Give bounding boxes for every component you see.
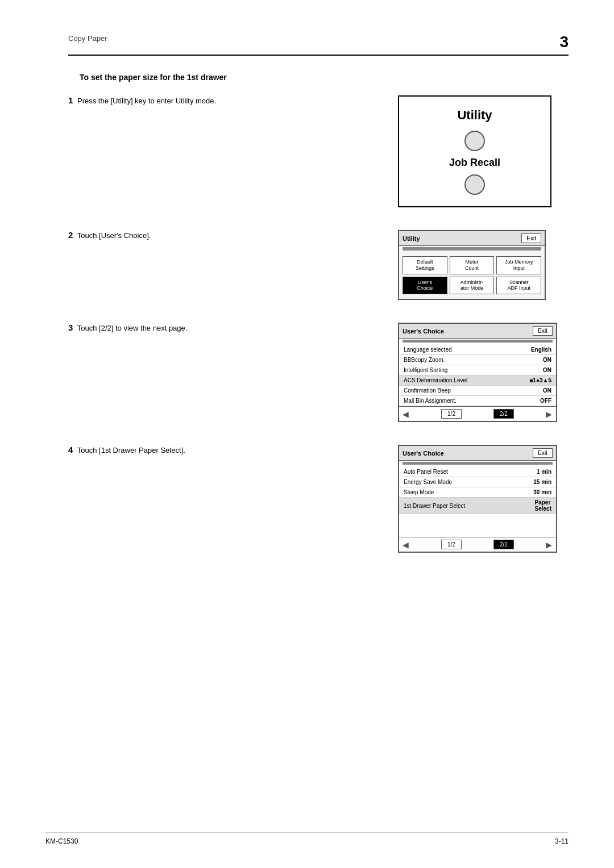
choice2-title: User's Choice xyxy=(403,450,444,457)
choice2-left-arrow: ◀ xyxy=(403,540,409,549)
choice1-label-1: BBBcopy Zoom. xyxy=(404,357,445,363)
step-4-panel: User's Choice Exit Auto Panel Reset 1 mi… xyxy=(398,445,569,553)
footer-model: KM-C1530 xyxy=(45,837,78,845)
choice1-row-5: Mail Bin Assignment. OFF xyxy=(399,396,556,406)
step-2-number: 2 xyxy=(68,230,73,240)
choice2-label-2: Sleep Mode xyxy=(404,489,434,495)
menu-panel: Utility Exit DefaultSettings MeterCount … xyxy=(398,230,546,300)
page-header: Copy Paper 3 xyxy=(68,34,569,56)
choice1-label-3: ACS Determination Level xyxy=(404,377,467,383)
step-4-row: 4 Touch [1st Drawer Paper Select]. User'… xyxy=(68,445,569,553)
step-2-text: Touch [User's Choice]. xyxy=(77,231,151,240)
choice1-row-3[interactable]: ACS Determination Level ■1●3▲5 xyxy=(399,375,556,386)
choice1-row-4: Confirmation Beep ON xyxy=(399,386,556,396)
choice1-value-1: ON xyxy=(543,357,551,363)
menu-btn-meter-count[interactable]: MeterCount xyxy=(450,256,495,274)
step-1-number: 1 xyxy=(68,95,73,105)
menu-btn-job-memory-input[interactable]: Job MemoryInput xyxy=(496,256,541,274)
header-chapter: 3 xyxy=(559,34,569,50)
choice1-value-3: ■1●3▲5 xyxy=(529,377,551,383)
page-container: Copy Paper 3 To set the paper size for t… xyxy=(0,0,614,868)
utility-title: Utility xyxy=(408,108,541,123)
step-3-text: Touch [2/2] to view the next page. xyxy=(77,324,188,332)
step-1-row: 1 Press the [Utility] key to enter Utili… xyxy=(68,95,569,207)
step-3-row: 3 Touch [2/2] to view the next page. Use… xyxy=(68,323,569,422)
choice1-page-1-button[interactable]: 1/2 xyxy=(441,409,462,419)
menu-panel-title: Utility xyxy=(403,235,420,242)
choice2-row-0: Auto Panel Reset 1 min xyxy=(399,467,556,477)
choice2-label-0: Auto Panel Reset xyxy=(404,469,448,475)
choice1-value-2: ON xyxy=(543,367,551,373)
choice1-exit-button[interactable]: Exit xyxy=(533,326,553,336)
choice1-title: User's Choice xyxy=(403,328,444,335)
utility-button-circle[interactable] xyxy=(464,131,485,151)
choice2-row-2: Sleep Mode 30 min xyxy=(399,487,556,498)
choice1-left-arrow: ◀ xyxy=(403,410,409,419)
choice1-header: User's Choice Exit xyxy=(399,324,556,339)
choice2-row-1: Energy Save Mode 15 min xyxy=(399,477,556,487)
choice2-progress-bar xyxy=(403,462,553,465)
choice2-exit-button[interactable]: Exit xyxy=(533,448,553,458)
step-1-panel: Utility Job Recall xyxy=(398,95,569,207)
step-4-number: 4 xyxy=(68,445,73,454)
choice2-value-1: 15 min xyxy=(533,479,551,485)
choice1-label-5: Mail Bin Assignment. xyxy=(404,398,457,404)
step-3-panel: User's Choice Exit Language selected Eng… xyxy=(398,323,569,422)
utility-panel: Utility Job Recall xyxy=(398,95,551,207)
step-3-left: 3 Touch [2/2] to view the next page. xyxy=(68,323,375,334)
choice1-label-4: Confirmation Beep xyxy=(404,387,451,394)
step-2-left: 2 Touch [User's Choice]. xyxy=(68,230,375,241)
page-footer: KM-C1530 3-11 xyxy=(45,832,569,845)
footer-page: 3-11 xyxy=(555,837,569,845)
choice1-footer: ◀ 1/2 2/2 ▶ xyxy=(399,406,556,421)
choice2-value-2: 30 min xyxy=(533,489,551,495)
choice1-page-2-button[interactable]: 2/2 xyxy=(493,409,514,419)
choice1-right-arrow: ▶ xyxy=(546,410,553,419)
menu-btn-users-choice[interactable]: User'sChoice xyxy=(403,277,447,295)
choice2-header: User's Choice Exit xyxy=(399,446,556,461)
choice2-footer: ◀ 1/2 2/2 ▶ xyxy=(399,537,556,552)
header-title: Copy Paper xyxy=(68,34,107,43)
choice1-value-4: ON xyxy=(543,387,551,394)
choice1-value-5: OFF xyxy=(540,398,551,404)
choice1-row-1: BBBcopy Zoom. ON xyxy=(399,355,556,365)
step-1-text: Press the [Utility] key to enter Utility… xyxy=(77,97,216,105)
choice2-label-3: 1st Drawer Paper Select xyxy=(404,503,465,509)
choice1-row-2: Intelligent Sorting ON xyxy=(399,365,556,375)
choice2-spacer xyxy=(399,514,556,537)
menu-btn-scanner-adf[interactable]: ScannerADF Input xyxy=(496,277,541,295)
step-4-left: 4 Touch [1st Drawer Paper Select]. xyxy=(68,445,375,456)
choice2-row-3[interactable]: 1st Drawer Paper Select PaperSelect xyxy=(399,498,556,514)
choice2-panel: User's Choice Exit Auto Panel Reset 1 mi… xyxy=(398,445,557,553)
menu-exit-button[interactable]: Exit xyxy=(521,233,541,243)
step-2-panel: Utility Exit DefaultSettings MeterCount … xyxy=(398,230,569,300)
step-2-row: 2 Touch [User's Choice]. Utility Exit De… xyxy=(68,230,569,300)
choice1-row-0: Language selected English xyxy=(399,345,556,355)
step-4-text: Touch [1st Drawer Paper Select]. xyxy=(77,446,185,454)
choice2-label-1: Energy Save Mode xyxy=(404,479,452,485)
menu-grid: DefaultSettings MeterCount Job MemoryInp… xyxy=(399,252,545,299)
choice1-label-2: Intelligent Sorting xyxy=(404,367,447,373)
choice2-page-2-button[interactable]: 2/2 xyxy=(493,540,514,549)
choice1-label-0: Language selected xyxy=(404,347,452,353)
section-heading: To set the paper size for the 1st drawer xyxy=(80,73,569,82)
menu-panel-header: Utility Exit xyxy=(399,231,545,246)
menu-progress-bar xyxy=(403,247,541,251)
menu-btn-administrator-mode[interactable]: Administr-ator Mode xyxy=(450,277,495,295)
choice2-value-3: PaperSelect xyxy=(535,499,551,512)
menu-btn-default-settings[interactable]: DefaultSettings xyxy=(403,256,447,274)
choice2-value-0: 1 min xyxy=(537,469,551,475)
step-3-number: 3 xyxy=(68,323,73,332)
choice1-value-0: English xyxy=(531,347,551,353)
choice1-progress-bar xyxy=(403,340,553,343)
utility-job-recall-circle[interactable] xyxy=(464,174,485,195)
choice2-page-1-button[interactable]: 1/2 xyxy=(441,540,462,549)
choice1-panel: User's Choice Exit Language selected Eng… xyxy=(398,323,557,422)
utility-job-recall: Job Recall xyxy=(408,157,541,169)
step-1-left: 1 Press the [Utility] key to enter Utili… xyxy=(68,95,375,107)
choice2-right-arrow: ▶ xyxy=(546,540,553,549)
